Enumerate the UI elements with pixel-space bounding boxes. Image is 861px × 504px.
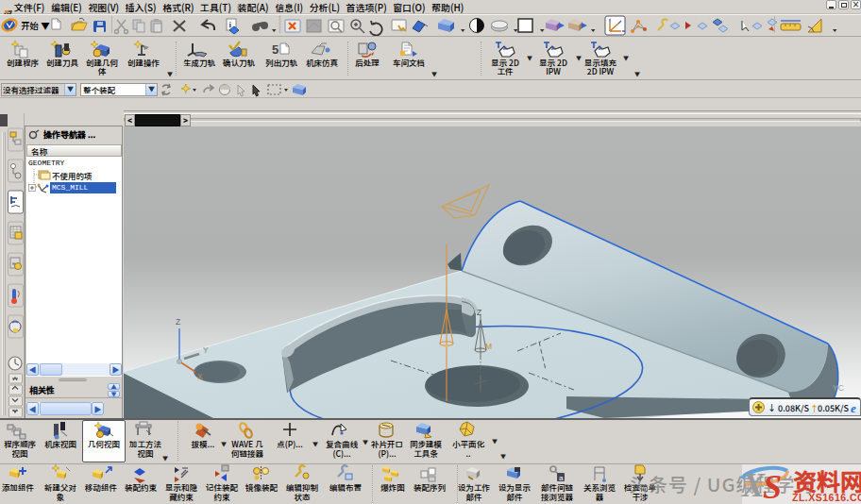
svg-text:M: M: [485, 342, 492, 351]
svg-text:YC: YC: [833, 383, 844, 393]
svg-text:5: 5: [272, 42, 279, 57]
svg-text:X: X: [197, 372, 203, 381]
svg-text:Y: Y: [203, 345, 209, 355]
svg-text:Z: Z: [176, 317, 180, 327]
svg-text:Z: Z: [477, 308, 481, 317]
svg-text:S: S: [763, 468, 782, 504]
